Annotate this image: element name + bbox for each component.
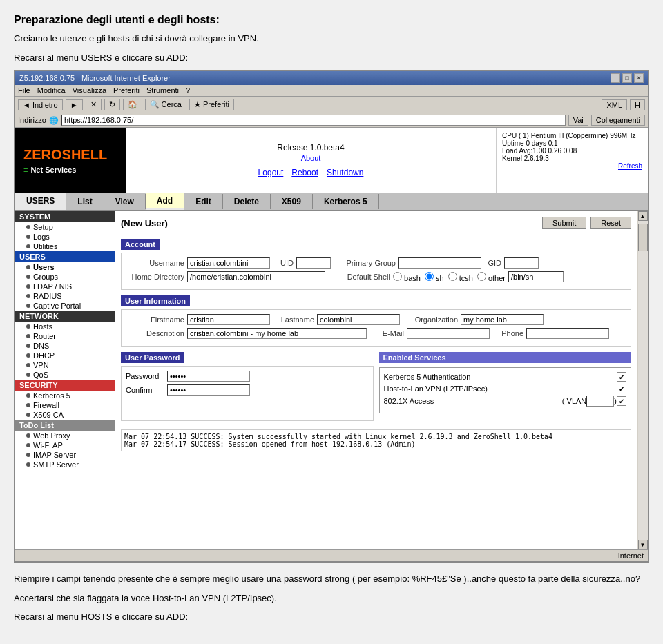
homedir-label: Home Directory	[126, 273, 184, 281]
sidebar-item-webproxy[interactable]: Web Proxy	[15, 431, 115, 440]
sidebar-item-firewall[interactable]: Firewall	[15, 400, 115, 410]
shell-bash-radio[interactable]	[393, 272, 402, 281]
service-vpn-check[interactable]: ✔	[617, 384, 626, 393]
sidebar-item-wifiap[interactable]: Wi-Fi AP	[15, 440, 115, 450]
close-button[interactable]: ✕	[634, 73, 644, 83]
sidebar-item-users[interactable]: Users	[15, 262, 115, 272]
bottom-text-3: Recarsi al menu HOSTS e cliccare su ADD:	[14, 610, 649, 624]
minimize-button[interactable]: _	[611, 73, 620, 83]
password-input[interactable]	[167, 371, 250, 382]
service-8021x-check[interactable]: ✔	[617, 396, 626, 406]
shell-value-input[interactable]	[508, 271, 564, 282]
maximize-button[interactable]: □	[622, 73, 632, 83]
h-button[interactable]: H	[630, 99, 645, 110]
menu-help[interactable]: ?	[186, 86, 190, 95]
service-row-vpn: Host-to-Lan VPN (L2TP/IPsec) ✔	[384, 384, 627, 393]
reset-button[interactable]: Reset	[590, 217, 631, 229]
primary-group-input[interactable]	[398, 257, 481, 269]
sidebar-item-dhcp[interactable]: DHCP	[15, 351, 115, 360]
xml-button[interactable]: XML	[602, 99, 627, 110]
scrollbar-thumb[interactable]	[638, 224, 648, 251]
refresh-link[interactable]: Refresh	[618, 162, 642, 170]
sidebar-item-setup[interactable]: Setup	[15, 222, 115, 232]
nav-tab-x509[interactable]: X509	[271, 194, 313, 209]
sidebar-item-radius[interactable]: RADIUS	[15, 291, 115, 301]
back-button[interactable]: ◄ Indietro	[18, 99, 63, 110]
bullet-icon	[26, 403, 30, 407]
sidebar-item-x509ca[interactable]: X509 CA	[15, 410, 115, 420]
scroll-up-button[interactable]: ▲	[638, 211, 648, 221]
nav-tab-list[interactable]: List	[66, 194, 104, 209]
go-button[interactable]: Vai	[568, 115, 588, 126]
page-container: Preparazione degli utenti e degli hosts:…	[14, 14, 649, 624]
gid-input[interactable]	[504, 257, 539, 269]
links-button[interactable]: Collegamenti	[591, 115, 645, 126]
homedir-row: Home Directory Default Shell bash sh tcs…	[126, 271, 626, 282]
sidebar-item-dns[interactable]: DNS	[15, 341, 115, 351]
sidebar-item-logs[interactable]: Logs	[15, 232, 115, 242]
shell-other-radio[interactable]	[477, 272, 486, 281]
menu-preferiti[interactable]: Preferiti	[113, 86, 140, 95]
nav-tab-users[interactable]: USERS	[15, 193, 66, 210]
sidebar-item-imap[interactable]: IMAP Server	[15, 450, 115, 460]
forward-button[interactable]: ►	[66, 99, 83, 110]
address-input[interactable]	[61, 115, 566, 126]
service-kerberos-check[interactable]: ✔	[617, 372, 626, 382]
sidebar-item-kerberos5[interactable]: Kerberos 5	[15, 391, 115, 400]
logout-link[interactable]: Logout	[258, 168, 284, 177]
gid-label: GID	[484, 259, 501, 267]
lastname-input[interactable]	[317, 314, 400, 325]
sidebar-item-captive[interactable]: Captive Portal	[15, 301, 115, 311]
sidebar-item-groups[interactable]: Groups	[15, 272, 115, 282]
username-label: Username	[126, 259, 184, 267]
service-8021x-label: 802.1X Access	[384, 397, 559, 405]
nav-tab-add[interactable]: Add	[146, 193, 184, 210]
account-label: Account	[121, 239, 160, 250]
sidebar-item-ldap[interactable]: LDAP / NIS	[15, 282, 115, 291]
menu-visualizza[interactable]: Visualizza	[73, 86, 106, 95]
nav-tab-edit[interactable]: Edit	[184, 194, 223, 209]
desc-label: Description	[126, 329, 184, 338]
email-input[interactable]	[407, 328, 490, 339]
sidebar-item-vpn[interactable]: VPN	[15, 360, 115, 370]
kernel-info: Kernel 2.6.19.3	[502, 155, 642, 162]
bullet-icon	[26, 443, 30, 447]
menu-file[interactable]: File	[18, 86, 30, 95]
vlan-input[interactable]	[586, 396, 614, 407]
sidebar-item-utilities[interactable]: Utilities	[15, 242, 115, 251]
menu-modifica[interactable]: Modifica	[37, 86, 66, 95]
shutdown-link[interactable]: Shutdown	[327, 168, 363, 177]
nav-tab-view[interactable]: View	[104, 194, 146, 209]
bullet-icon	[26, 373, 30, 377]
menu-strumenti[interactable]: Strumenti	[146, 86, 179, 95]
desc-input[interactable]	[187, 328, 367, 339]
sidebar-item-hosts[interactable]: Hosts	[15, 322, 115, 331]
browser-content: SYSTEM Setup Logs Utilities USERS Users …	[15, 211, 648, 549]
favorites-button[interactable]: ★ Preferiti	[189, 99, 234, 110]
uid-input[interactable]	[296, 257, 331, 269]
phone-input[interactable]	[526, 328, 609, 339]
home-button[interactable]: 🏠	[123, 99, 142, 110]
sidebar-item-qos[interactable]: QoS	[15, 370, 115, 380]
refresh-button[interactable]: ↻	[104, 99, 120, 110]
scroll-down-button[interactable]: ▼	[638, 540, 648, 549]
sidebar-item-smtp[interactable]: SMTP Server	[15, 460, 115, 469]
sidebar-item-router[interactable]: Router	[15, 331, 115, 341]
reboot-link[interactable]: Reboot	[291, 168, 318, 177]
submit-button[interactable]: Submit	[542, 217, 586, 229]
stop-button[interactable]: ✕	[86, 99, 102, 110]
org-input[interactable]	[461, 314, 544, 325]
about-link[interactable]: About	[301, 154, 321, 162]
nav-tab-kerberos[interactable]: Kerberos 5	[313, 194, 379, 209]
account-form: Username UID Primary Group GID Home Di	[121, 253, 631, 290]
confirm-input[interactable]	[167, 384, 250, 396]
nav-tab-delete[interactable]: Delete	[223, 194, 271, 209]
homedir-input[interactable]	[187, 271, 325, 282]
shell-sh-radio[interactable]	[425, 272, 434, 281]
search-button[interactable]: 🔍 Cerca	[145, 99, 186, 110]
bullet-icon	[26, 453, 30, 457]
firstname-input[interactable]	[187, 314, 270, 325]
shell-tcsh-radio[interactable]	[448, 272, 457, 281]
bullet-icon	[26, 304, 30, 308]
username-input[interactable]	[187, 257, 270, 269]
